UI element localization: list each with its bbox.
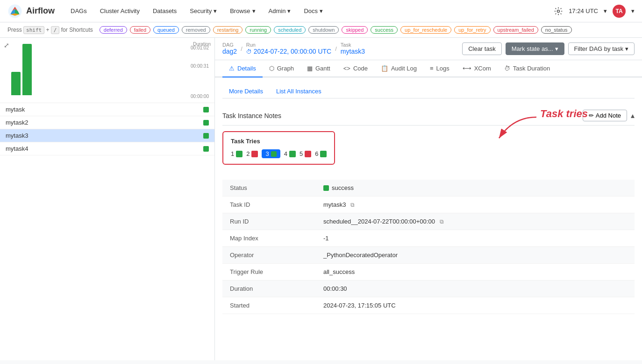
status-text: success: [332, 184, 354, 191]
status-badge-skipped[interactable]: skipped: [342, 26, 368, 34]
task-item-mytask3[interactable]: mytask3: [0, 129, 214, 142]
dag-header: DAG dag2 / Run ⏱ 2024-07-22, 00:00:00 UT…: [215, 38, 642, 60]
try-1[interactable]: 1: [231, 150, 243, 157]
task-value[interactable]: mytask3: [341, 48, 365, 55]
try-3-selected[interactable]: 3: [262, 149, 280, 158]
task-item-mytask[interactable]: mytask: [0, 103, 214, 116]
try-4[interactable]: 4: [284, 150, 296, 157]
nav-datasets[interactable]: Datasets: [148, 6, 181, 16]
tab-task-duration[interactable]: ⏱ Task Duration: [498, 60, 556, 77]
tab-code[interactable]: <> Code: [337, 60, 374, 77]
detail-value-trigger-rule: all_success: [316, 264, 635, 280]
tab-gantt[interactable]: ▦ Gantt: [300, 60, 337, 77]
collapse-section-arrow[interactable]: [631, 111, 635, 120]
detail-row-started: Started 2024-07-23, 17:15:05 UTC: [222, 297, 635, 314]
filter-dag-button[interactable]: Filter DAG by task ▾: [568, 42, 635, 55]
try-1-dot: [236, 151, 243, 157]
detail-label-run-id: Run ID: [222, 213, 316, 230]
right-panel: DAG dag2 / Run ⏱ 2024-07-22, 00:00:00 UT…: [215, 38, 642, 360]
copy-run-id-icon[interactable]: ⧉: [440, 218, 444, 225]
try-6-dot: [320, 151, 327, 157]
tab-logs[interactable]: ≡ Logs: [423, 60, 456, 77]
task-label: Task: [341, 42, 365, 48]
task-item-mytask2[interactable]: mytask2: [0, 116, 214, 129]
clear-task-button[interactable]: Clear task: [462, 42, 502, 55]
y-label-mid: 00:00:31: [191, 63, 209, 69]
audit-log-icon: 📋: [381, 65, 388, 72]
tab-graph[interactable]: ⬡ Graph: [263, 60, 300, 77]
status-success-dot: [323, 185, 329, 191]
detail-value-duration: 00:00:30: [316, 280, 635, 297]
status-badge-up_for_reschedule[interactable]: up_for_reschedule: [400, 26, 451, 34]
status-badge-queued[interactable]: queued: [153, 26, 179, 34]
task-name: mytask3: [6, 132, 200, 139]
status-badge-shutdown[interactable]: shutdown: [308, 26, 339, 34]
detail-label-status: Status: [222, 180, 316, 196]
dag-value[interactable]: dag2: [222, 48, 237, 55]
task-list: mytask mytask2 mytask3 mytask4: [0, 103, 214, 360]
detail-label-map-index: Map Index: [222, 230, 316, 247]
status-badge-running[interactable]: running: [245, 26, 271, 34]
status-bar: Press shift + / for Shortcuts deferredfa…: [0, 22, 642, 38]
nav-right: 17:24 UTC ▾ TA ▾: [554, 5, 635, 18]
dag-breadcrumb: DAG dag2 / Run ⏱ 2024-07-22, 00:00:00 UT…: [222, 42, 365, 55]
nav-docs[interactable]: Docs ▾: [299, 6, 328, 16]
detail-value-started: 2024-07-23, 17:15:05 UTC: [316, 297, 635, 314]
task-item-mytask4[interactable]: mytask4: [0, 142, 214, 155]
nav-cluster-activity[interactable]: Cluster Activity: [95, 6, 144, 16]
bar-chart: [6, 42, 209, 99]
tab-xcom[interactable]: ⟷ XCom: [456, 60, 498, 77]
try-6[interactable]: 6: [315, 150, 327, 157]
detail-label-started: Started: [222, 297, 316, 314]
airflow-logo-icon: [7, 4, 22, 19]
nav-admin[interactable]: Admin ▾: [264, 6, 296, 16]
status-badge-deferred[interactable]: deferred: [100, 26, 127, 34]
task-status-dot: [203, 146, 209, 152]
detail-label-operator: Operator: [222, 247, 316, 264]
mark-state-button[interactable]: Mark state as... ▾: [506, 42, 564, 55]
tab-audit-log[interactable]: 📋 Audit Log: [374, 60, 423, 77]
status-badge-restarting[interactable]: restarting: [213, 26, 243, 34]
nav-dags[interactable]: DAGs: [66, 6, 92, 16]
copy-task-id-icon[interactable]: ⧉: [350, 202, 355, 208]
sub-tab-more-details[interactable]: More Details: [222, 85, 270, 98]
status-badge-up_for_retry[interactable]: up_for_retry: [454, 26, 490, 34]
run-value[interactable]: ⏱ 2024-07-22, 00:00:00 UTC: [246, 48, 331, 55]
settings-icon[interactable]: [554, 7, 563, 16]
pencil-icon: ✏: [589, 112, 594, 119]
status-badge-no_status[interactable]: no_status: [541, 26, 572, 34]
breadcrumb-sep-2: /: [335, 45, 337, 52]
details-icon: ⚠: [229, 65, 235, 72]
status-badge-removed[interactable]: removed: [182, 26, 210, 34]
user-dropdown-icon[interactable]: ▾: [631, 7, 635, 14]
detail-row-trigger-rule: Trigger Rule all_success: [222, 264, 635, 280]
detail-row-status: Status success: [222, 180, 635, 196]
status-badge-scheduled[interactable]: scheduled: [274, 26, 306, 34]
brand[interactable]: Airflow: [7, 4, 55, 19]
expand-icon[interactable]: ⤢: [4, 42, 9, 49]
try-4-dot: [289, 151, 296, 157]
section-header: Task Instance Notes ✏ Add Note: [222, 106, 635, 126]
task-status-dot: [203, 107, 209, 112]
task-section: Task mytask3: [341, 42, 365, 55]
graph-icon: ⬡: [269, 65, 274, 72]
tab-details[interactable]: ⚠ Details: [222, 60, 263, 77]
task-duration-icon: ⏱: [504, 65, 510, 72]
task-tries-region: Task tries Task Tries: [222, 131, 635, 172]
user-avatar[interactable]: TA: [613, 5, 626, 18]
section-title: Task Instance Notes: [222, 112, 281, 119]
logs-icon: ≡: [430, 65, 434, 72]
status-badge-upstream_failed[interactable]: upstream_failed: [493, 26, 538, 34]
status-badge-success[interactable]: success: [371, 26, 398, 34]
try-2[interactable]: 2: [246, 150, 258, 157]
try-5[interactable]: 5: [300, 150, 311, 157]
status-badge-failed[interactable]: failed: [130, 26, 150, 34]
time-dropdown-icon[interactable]: ▾: [604, 7, 607, 14]
add-note-button[interactable]: ✏ Add Note: [583, 110, 627, 121]
nav-browse[interactable]: Browse ▾: [225, 6, 260, 16]
detail-value-map-index: -1: [316, 230, 635, 247]
detail-value-status: success: [316, 180, 635, 196]
sub-tab-list-all-instances[interactable]: List All Instances: [270, 85, 328, 98]
task-name: mytask: [6, 106, 200, 113]
nav-security[interactable]: Security ▾: [185, 6, 221, 16]
